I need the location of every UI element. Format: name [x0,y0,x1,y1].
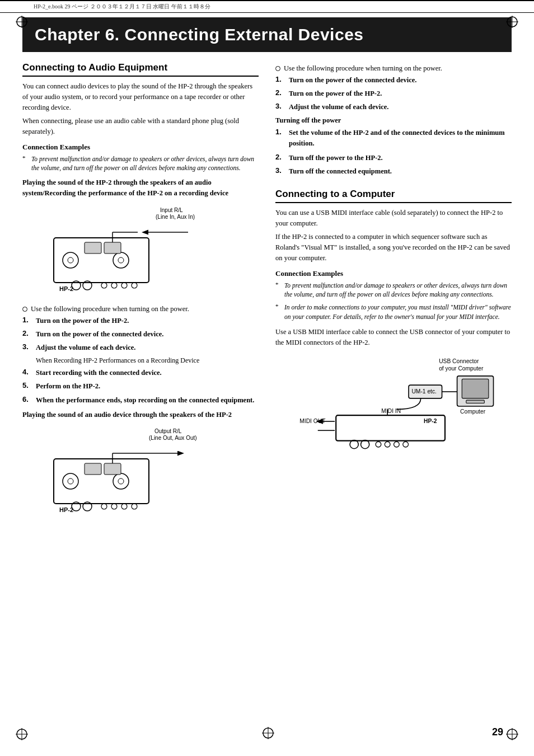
section2-intro1: You can use a USB MIDI interface cable (… [275,208,512,229]
main-content: Connecting to Audio Equipment You can co… [22,62,512,526]
svg-rect-54 [466,400,484,403]
procedure-intro1-right: Use the following procedure when turning… [284,64,442,73]
svg-point-70 [394,442,400,447]
svg-point-68 [376,442,381,447]
connection-examples-heading-left: Connection Examples [22,143,259,152]
steps-right2: 1. Set the volume of the HP-2 and of the… [275,128,512,176]
svg-point-29 [121,283,127,288]
step-left-3: 3. Adjust the volume of each device. [22,342,259,353]
steps-left: 1. Turn on the power of the HP-2. 2. Tur… [22,316,259,353]
chapter-title-box: Chapter 6. Connecting External Devices [22,17,512,52]
svg-point-71 [403,442,409,447]
note-asterisk-left: * To prevent malfunction and/or damage t… [22,154,259,173]
step-left-1: 1. Turn on the power of the HP-2. [22,316,259,326]
step-left-2: 2. Turn on the power of the connected de… [22,329,259,339]
svg-rect-39 [85,463,101,475]
left-column: Connecting to Audio Equipment You can co… [22,62,259,526]
steps-right: 1. Turn on the power of the connected de… [275,75,512,112]
section2-heading: Connecting to a Computer [275,189,512,203]
note-italic-left: To prevent malfunction and/or damage to … [31,154,259,173]
header-bar: HP-2_e.book 29 ページ ２００３年１２月１７日 水曜日 午前１１時… [0,0,534,13]
bottom-center-mark [262,727,272,737]
section1-intro1: You can connect audio devices to play th… [22,81,259,112]
corner-mark-tl [16,16,28,28]
turning-off-heading: Turning off the power [275,116,512,125]
bold-heading2: Playing the sound of an audio device thr… [22,410,259,420]
svg-rect-21 [104,242,121,253]
svg-rect-40 [104,463,121,475]
svg-text:HP-2: HP-2 [424,418,437,424]
note1-italic-right: To prevent malfunction and/or damage to … [284,281,512,299]
note1-asterisk-right: * To prevent malfunction and/or damage t… [275,281,512,299]
step-right-3: 3. Adjust the volume of each device. [275,102,512,112]
section1-heading: Connecting to Audio Equipment [22,62,259,77]
svg-point-47 [111,504,117,509]
steps-left2: 4. Start recording with the connected de… [22,368,259,405]
asterisk2-symbol: * [275,303,282,321]
diagram2: Output R/L (Line Out, Aux Out) HP-2 [22,425,259,520]
svg-point-28 [111,283,117,288]
svg-point-30 [132,283,137,288]
asterisk1-symbol: * [275,281,282,299]
corner-mark-bl [16,728,28,740]
page: HP-2_e.book 29 ページ ２００３年１２月１７日 水曜日 午前１１時… [0,0,534,756]
svg-text:HP-2: HP-2 [59,285,73,292]
corner-mark-tr [506,16,518,28]
page-number: 29 [492,726,503,738]
section2-intro2: If the HP-2 is connected to a computer i… [275,232,512,263]
svg-text:HP-2: HP-2 [59,506,73,513]
connection-examples-heading-right: Connection Examples [275,269,512,278]
procedure-intro1-left: Use the following procedure when turning… [31,305,189,313]
note2-italic-right: In order to make connections to your com… [284,303,512,321]
cable-info: Use a USB MIDI interface cable to connec… [275,327,512,348]
svg-point-49 [132,504,137,509]
step-left2-4: 4. Start recording with the connected de… [22,368,259,378]
svg-text:(Line In, Aux In): (Line In, Aux In) [156,214,195,220]
chapter-title: Chapter 6. Connecting External Devices [35,25,499,44]
right-column: Use the following procedure when turning… [275,62,512,526]
asterisk-symbol: * [22,154,29,173]
step-right-2: 2. Turn on the power of the HP-2. [275,88,512,98]
svg-point-27 [101,283,107,288]
bold-heading1: Playing the sound of the HP-2 through th… [22,177,259,199]
step-right-1: 1. Turn on the power of the connected de… [275,75,512,85]
svg-rect-53 [462,379,489,398]
svg-text:Computer: Computer [460,408,486,415]
svg-rect-20 [85,242,101,253]
step-left2-5: 5. Perform on the HP-2. [22,381,259,391]
svg-text:MIDI IN: MIDI IN [381,408,401,414]
svg-text:of your Computer: of your Computer [439,365,484,372]
step-right2-2: 2. Turn off the power to the HP-2. [275,153,512,163]
header-text: HP-2_e.book 29 ページ ２００３年１２月１７日 水曜日 午前１１時… [34,3,210,11]
svg-text:Output  R/L: Output R/L [154,428,182,434]
svg-point-46 [101,504,107,509]
svg-text:USB Connector: USB Connector [439,358,479,364]
svg-point-48 [121,504,127,509]
svg-point-67 [361,440,369,448]
svg-text:Input R/L: Input R/L [160,207,183,213]
step-right2-3: 3. Turn off the connected equipment. [275,166,512,176]
note2-asterisk-right: * In order to make connections to your c… [275,303,512,321]
svg-point-69 [385,442,390,447]
svg-text:(Line Out, Aux Out): (Line Out, Aux Out) [149,435,197,441]
diagram3: USB Connector of your Computer Computer … [275,355,512,444]
sub-note1: When Recording HP-2 Performances on a Re… [36,356,259,365]
svg-text:UM-1 etc.: UM-1 etc. [411,388,437,395]
step-left2-6: 6. When the performance ends, stop recor… [22,395,259,405]
section1-intro2: When connecting, please use an audio cab… [22,116,259,137]
corner-mark-br [506,728,518,740]
step-right2-1: 1. Set the volume of the HP-2 and of the… [275,128,512,148]
diagram1: Input R/L (Line In, Aux In) [22,204,259,299]
svg-point-66 [350,440,358,448]
